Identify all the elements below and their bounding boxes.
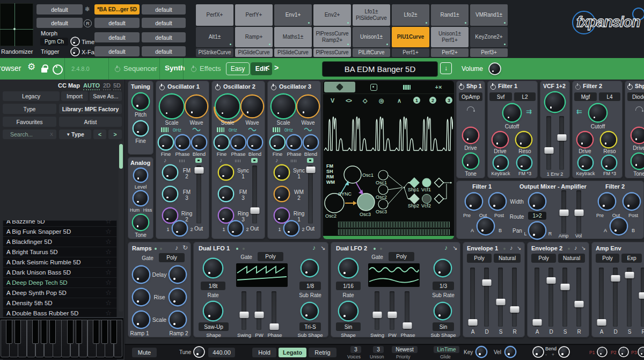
vcf2-env-fader[interactable] <box>559 116 564 170</box>
favourite-star-icon[interactable]: ☆ <box>105 237 112 246</box>
osc2-out-fader[interactable] <box>252 165 257 224</box>
mod-source-cell[interactable]: VMRand1± <box>470 4 508 26</box>
filter1-reso-knob[interactable] <box>516 132 531 147</box>
import-button[interactable]: Import <box>61 91 88 101</box>
env1-natural-select[interactable]: Natural <box>494 254 521 263</box>
osc1-wave-knob[interactable] <box>186 96 207 117</box>
mod-source-cell[interactable]: Perf3+ <box>470 48 508 57</box>
preset-list-item[interactable]: A Bazzline 5D☆ <box>3 220 117 227</box>
favourite-star-icon[interactable]: ☆ <box>105 289 112 297</box>
mod-source-cell[interactable]: Lfo1±PlSlideCurve <box>353 4 390 26</box>
sequencer-power-icon[interactable] <box>115 67 120 72</box>
morph-slot-button[interactable]: default <box>142 4 186 15</box>
favourite-star-icon[interactable]: ☆ <box>105 220 112 225</box>
osc2-fine-knob[interactable] <box>215 135 229 149</box>
f2-post-knob[interactable] <box>624 193 640 210</box>
piano-key-black[interactable] <box>6 320 12 344</box>
osc2-pan-knob[interactable] <box>229 221 243 235</box>
osc1-scale-knob[interactable] <box>160 95 184 118</box>
favourite-star-icon[interactable]: ☆ <box>105 278 112 286</box>
osc3-sync1-knob[interactable] <box>275 165 289 179</box>
lfo2-swing-fader[interactable] <box>375 291 379 330</box>
tab-keys[interactable] <box>392 82 422 92</box>
filter2-keytrack-knob[interactable] <box>579 156 592 170</box>
ramp2-scale-knob[interactable] <box>170 312 186 328</box>
filter2-reso-knob[interactable] <box>601 132 616 147</box>
lfo2-rate-value[interactable]: 1/16 <box>336 282 361 290</box>
piano-key-black[interactable] <box>41 320 47 344</box>
morph-slot-active[interactable]: *BA ED...ger 5D <box>94 4 140 15</box>
unison-value[interactable]: 3 <box>373 346 384 353</box>
shaper-curve-icon[interactable] <box>635 106 643 111</box>
piano-key-black[interactable] <box>76 320 82 344</box>
route-arrows-left-icon[interactable]: ⇇ <box>576 109 582 114</box>
ramp1-delay-knob[interactable] <box>133 267 149 283</box>
ramp1-rise-knob[interactable] <box>133 289 149 305</box>
post1-node[interactable] <box>435 178 444 188</box>
env1-poly-select[interactable]: Poly <box>467 254 492 263</box>
preset-list-item[interactable]: A Density 5th 5D☆ <box>3 298 117 308</box>
env1-release-fader[interactable] <box>512 268 517 327</box>
artist-button[interactable]: Artist <box>59 117 122 127</box>
morph-slot-button[interactable]: default <box>36 4 83 15</box>
osc2-ring3-knob[interactable] <box>219 208 233 222</box>
mod-routing-diagram[interactable]: FM SH RM WM Osc1 Osc2 Osc3 SYNC Osc1 Osc… <box>323 160 454 219</box>
mod-source-cell[interactable]: PlU1Curve <box>392 27 429 47</box>
mod-source-cell[interactable]: PerfY+ <box>235 4 273 26</box>
lfo1-rate-value[interactable]: 1/8t <box>201 282 225 290</box>
tab-math[interactable]: +× <box>425 82 452 92</box>
prev-preset-icon[interactable]: < <box>265 63 269 72</box>
mod-source-cell[interactable]: PlLiftCurve <box>353 48 390 57</box>
amp-env-release-fader[interactable] <box>641 268 644 327</box>
bend-down-knob[interactable] <box>533 347 543 357</box>
lfo2-pw-fader[interactable] <box>390 291 394 330</box>
next-preset-icon[interactable]: > <box>274 63 279 72</box>
osc2-wave-knob[interactable] <box>241 96 263 117</box>
analog-tone-knob[interactable] <box>133 215 148 230</box>
glide-mode-select[interactable]: LinTime <box>434 346 459 353</box>
osc1-ring2-knob[interactable] <box>163 208 177 222</box>
fine-tune-knob[interactable] <box>134 121 148 135</box>
xy-randomizer-pad[interactable] <box>0 3 33 46</box>
scope-osc2-button[interactable]: 2 <box>429 97 436 104</box>
tune-value[interactable]: 440.00 <box>208 348 235 357</box>
mod-source-cell[interactable]: PlGlideCurve <box>235 48 273 57</box>
favourite-star-icon[interactable]: ☆ <box>105 258 112 266</box>
shp2-node[interactable] <box>409 193 420 204</box>
osc3-pan-knob[interactable] <box>284 221 298 235</box>
shp1-drive-knob[interactable] <box>463 128 478 143</box>
morph-slot-button[interactable]: default <box>94 18 140 28</box>
amp-env-poly-select[interactable]: Poly <box>596 254 619 263</box>
favourite-star-icon[interactable]: ☆ <box>105 248 112 256</box>
hz-label[interactable]: 0Hz <box>226 127 239 133</box>
env2-poly-select[interactable]: Poly <box>531 254 556 263</box>
mod-source-cell[interactable]: PlSlideCurve <box>274 48 312 57</box>
env1-attack-fader[interactable] <box>470 268 475 327</box>
blend-keyframe-icon[interactable] <box>307 158 313 163</box>
sine-wave-icon[interactable] <box>192 127 201 132</box>
vol-fader[interactable] <box>576 190 581 233</box>
xy-cursor-dot[interactable] <box>13 28 16 30</box>
shp1-tone-knob[interactable] <box>463 154 478 169</box>
ramp2-delay-knob[interactable] <box>170 267 186 283</box>
f1-ab-knob[interactable] <box>478 218 494 234</box>
lfo2-poly-select[interactable]: Poly <box>389 252 414 261</box>
osc2-power-icon[interactable] <box>215 85 221 90</box>
preset-list-item[interactable]: A Dark Seismic Rumble 5D☆ <box>3 257 117 268</box>
post2-node[interactable] <box>435 195 444 204</box>
env2-natural-select[interactable]: Natural <box>558 254 585 263</box>
perf3-knob[interactable] <box>639 348 644 356</box>
save-as-button[interactable]: Save As... <box>90 91 122 101</box>
mod-source-cell[interactable]: PlPressCurve <box>313 48 351 57</box>
loop-icon[interactable]: ↻ <box>182 245 188 251</box>
music-note-icon[interactable]: ♪ <box>275 157 279 163</box>
filter2-cutoff-knob[interactable] <box>589 104 606 121</box>
mute-button[interactable]: Mute <box>132 348 157 357</box>
mod-source-cell[interactable]: Env1+ <box>274 4 312 26</box>
preset-scrollbar-thumb[interactable] <box>119 144 123 169</box>
morph-slot-button[interactable]: default <box>142 18 186 28</box>
scope-mode-diamond-icon[interactable]: ◇ <box>363 97 367 104</box>
send-arrow-icon[interactable]: ↘ <box>581 245 586 251</box>
amp-env-decay-fader[interactable] <box>613 268 618 327</box>
phase-mod-icon[interactable] <box>235 160 241 162</box>
